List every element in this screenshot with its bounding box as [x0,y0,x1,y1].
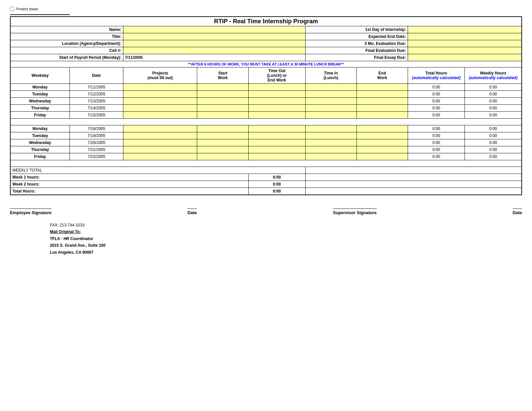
weekday-w2-wed: Wednesday [10,139,70,146]
end-w2-mon[interactable] [356,125,408,132]
week2-tuesday-row: Tuesday 7/19/2005 0:00 0:00 [10,132,522,139]
header-start-work: Start Work [197,68,248,84]
timeout-w1-fri[interactable] [248,112,305,119]
name-row: Name: 1st Day of Internship: [10,26,522,33]
start-w2-wed[interactable] [197,139,248,146]
start-w2-thu[interactable] [197,146,248,153]
final-essay-label: Final Essay Due: [305,54,408,61]
week1-hours-label: Week 1 hours: [10,174,248,181]
timeout-w2-thu[interactable] [248,146,305,153]
footer-line2: 2615 S. Grand Ave., Suite 100 [50,242,522,249]
start-w1-mon[interactable] [197,84,248,91]
date-w2-wed: 7/20/2005 [70,139,123,146]
week2-friday-row: Friday 7/22/2005 0:00 0:00 [10,153,522,160]
timein-w1-wed[interactable] [305,98,356,105]
location-input[interactable] [123,40,305,47]
total-w2-fri: 0:00 [408,153,465,160]
signature-section: Employee Signature Date Supervisor Signa… [10,208,522,215]
projects-w1-mon[interactable] [123,84,197,91]
protect-row: Protect sheet [10,7,522,11]
protect-checkbox[interactable] [10,7,14,11]
final-essay-input[interactable] [408,54,522,61]
projects-w1-fri[interactable] [123,112,197,119]
total-w2-thu: 0:00 [408,146,465,153]
header-weekday: Weekday [10,68,70,84]
projects-w2-wed[interactable] [123,139,197,146]
final-eval-label: Final Evaluation Due: [305,47,408,54]
payroll-label: Start of Payroll Period (Monday): [10,54,123,61]
projects-w2-fri[interactable] [123,153,197,160]
end-w1-tue[interactable] [356,91,408,98]
week1-hours-row: Week 1 hours: 0:00 [10,174,522,181]
weekly-w2-fri: 0:00 [465,153,522,160]
total-w1-fri: 0:00 [408,112,465,119]
weekday-w2-fri: Friday [10,153,70,160]
week2-hours-value: 0:00 [248,181,305,188]
start-w1-tue[interactable] [197,91,248,98]
final-eval-input[interactable] [408,47,522,54]
name-input[interactable] [123,26,305,33]
timein-w2-mon[interactable] [305,125,356,132]
projects-w1-tue[interactable] [123,91,197,98]
start-w1-fri[interactable] [197,112,248,119]
payroll-row: Start of Payroll Period (Monday): 7/11/2… [10,54,522,61]
projects-w1-thu[interactable] [123,105,197,112]
cell-label: Cell #: [10,47,123,54]
start-w1-wed[interactable] [197,98,248,105]
weekly-w1-fri: 0:00 [465,112,522,119]
timein-w1-fri[interactable] [305,112,356,119]
supervisor-sig-block: Supervisor Signature [333,208,376,215]
end-w2-wed[interactable] [356,139,408,146]
start-w2-fri[interactable] [197,153,248,160]
end-w2-tue[interactable] [356,132,408,139]
timein-w1-mon[interactable] [305,84,356,91]
timein-w1-tue[interactable] [305,91,356,98]
timein-w2-fri[interactable] [305,153,356,160]
projects-w2-thu[interactable] [123,146,197,153]
timeout-w1-tue[interactable] [248,91,305,98]
end-w2-fri[interactable] [356,153,408,160]
eval-3mo-input[interactable] [408,40,522,47]
projects-w2-mon[interactable] [123,125,197,132]
first-day-input[interactable] [408,26,522,33]
weekly-total-header-row: WEEKLY TOTAL [10,167,522,174]
total-w1-mon: 0:00 [408,84,465,91]
timeout-w1-mon[interactable] [248,84,305,91]
total-w2-wed: 0:00 [408,139,465,146]
total-w1-wed: 0:00 [408,98,465,105]
start-w1-thu[interactable] [197,105,248,112]
timein-w2-thu[interactable] [305,146,356,153]
end-w1-thu[interactable] [356,105,408,112]
cell-row: Cell #: Final Evaluation Due: [10,47,522,54]
footer-line1: TFLA - HR Coordinator [50,235,522,242]
timeout-w2-fri[interactable] [248,153,305,160]
column-header-row: Weekday Date Projects (must fill out) St… [10,68,522,84]
spacer-row-2 [10,160,522,167]
location-row: Location (Agency/Department): 3 Mo. Eval… [10,40,522,47]
cell-input[interactable] [123,47,305,54]
total-hours-row: Total Hours: 0:00 [10,188,522,195]
footer-line3: Los Angeles, CA 90007 [50,249,522,256]
start-w2-mon[interactable] [197,125,248,132]
end-w1-fri[interactable] [356,112,408,119]
expected-end-input[interactable] [408,33,522,40]
projects-w2-tue[interactable] [123,132,197,139]
start-w2-tue[interactable] [197,132,248,139]
timein-w2-wed[interactable] [305,139,356,146]
timeout-w1-wed[interactable] [248,98,305,105]
projects-w1-wed[interactable] [123,98,197,105]
title-input[interactable] [123,33,305,40]
weekly-w2-mon: 0:00 [465,125,522,132]
weekday-w1-wed: Wednesday [10,98,70,105]
timein-w1-thu[interactable] [305,105,356,112]
end-w2-thu[interactable] [356,146,408,153]
end-w1-wed[interactable] [356,98,408,105]
timeout-w2-mon[interactable] [248,125,305,132]
weekday-w1-mon: Monday [10,84,70,91]
page-title: RTIP - Real Time Internship Program [10,17,522,26]
timeout-w2-wed[interactable] [248,139,305,146]
timeout-w1-thu[interactable] [248,105,305,112]
timein-w2-tue[interactable] [305,132,356,139]
end-w1-mon[interactable] [356,84,408,91]
timeout-w2-tue[interactable] [248,132,305,139]
